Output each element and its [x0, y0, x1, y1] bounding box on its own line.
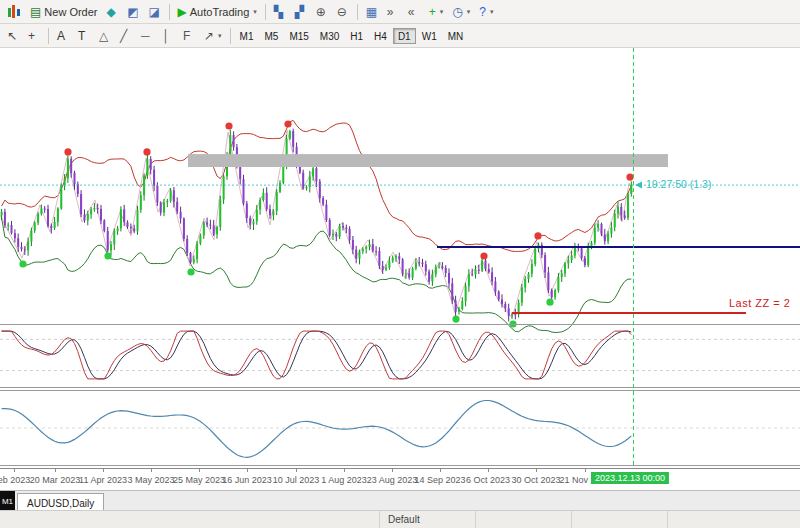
chart-shift-icon[interactable]: « [404, 2, 424, 22]
profiles-icon-glyph: ▞ [295, 6, 304, 18]
timeframe-m30-button[interactable]: M30 [315, 28, 344, 44]
timeframe-m5-button[interactable]: M5 [259, 28, 283, 44]
date-label: 30 Oct 2023 [511, 475, 560, 485]
candlestick-bars-icon [7, 5, 21, 18]
chart-type-icon[interactable] [3, 2, 25, 22]
date-label: 25 May 2023 [173, 475, 225, 485]
fibonacci-icon-glyph: F [183, 30, 190, 42]
status-profile[interactable]: Default [380, 511, 476, 528]
svg-text:19:27:50 (1.3): 19:27:50 (1.3) [646, 178, 711, 190]
date-tick [585, 469, 586, 472]
timeframe-h4-button[interactable]: H4 [369, 28, 392, 44]
cursor-icon-glyph: ↖ [7, 30, 17, 42]
dropdown-arrow-icon: ▾ [218, 32, 222, 40]
help-icon[interactable]: ?▾ [475, 2, 497, 22]
svg-text:Last ZZ = 2: Last ZZ = 2 [729, 297, 790, 309]
data-window-icon-glyph: ◩ [128, 6, 139, 18]
status-cell-4 [668, 511, 800, 528]
toolbar-separator [265, 4, 266, 20]
autotrading-button[interactable]: ▶AutoTrading▾ [174, 2, 261, 22]
minimized-chart-chip[interactable]: M1 [0, 491, 15, 511]
timeframe-m15-button[interactable]: M15 [284, 28, 313, 44]
date-label: 11 Apr 2023 [79, 475, 127, 485]
date-label: 1 Aug 2023 [321, 475, 367, 485]
arrows-tool-icon-glyph: ↗ [204, 30, 214, 42]
new-chart-icon-glyph: ▚ [274, 6, 283, 18]
date-label: 3 May 2023 [127, 475, 174, 485]
date-label: 23 Aug 2023 [367, 475, 418, 485]
auto-scroll-icon[interactable]: » [383, 2, 403, 22]
date-tick [14, 469, 15, 472]
dropdown-arrow-icon: ▾ [467, 8, 471, 16]
status-cell-empty [0, 511, 380, 528]
cursor-icon[interactable]: ↖ [3, 26, 23, 46]
new-chart-icon[interactable]: ▚ [270, 2, 290, 22]
crosshair-icon[interactable]: + [24, 26, 44, 46]
label-tool-icon-glyph: T [78, 30, 85, 42]
mt4-window: ▤New Order◆◩◪▶AutoTrading▾▚▞⊕⊖▦»«+▾◷▾?▾ … [0, 0, 800, 528]
chart-tabs-bar: M1 AUDUSD,Daily [0, 490, 800, 510]
dropdown-arrow-icon: ▾ [490, 8, 494, 16]
text-tool-icon[interactable]: A [53, 26, 73, 46]
horizontal-line-icon-glyph: ─ [141, 30, 150, 42]
date-tick [488, 469, 489, 472]
new-order-button[interactable]: ▤New Order [26, 2, 102, 22]
autotrading-glyph: ▶ [178, 6, 187, 18]
zoom-out-icon[interactable]: ⊖ [333, 2, 353, 22]
date-label: 16 Jun 2023 [222, 475, 272, 485]
toolbar-row2: ↖+AT△╱─│F↗▾M1M5M15M30H1H4D1W1MN [0, 24, 800, 48]
text-tool-icon-glyph: A [57, 30, 65, 42]
date-label: 14 Sep 2023 [414, 475, 465, 485]
zoom-in-icon[interactable]: ⊕ [312, 2, 332, 22]
data-window-icon[interactable]: ◩ [124, 2, 144, 22]
toolbar-separator [48, 28, 49, 44]
auto-scroll-icon-glyph: » [387, 6, 394, 18]
status-cell-3 [572, 511, 668, 528]
market-watch-icon-glyph: ◆ [107, 6, 116, 18]
zoom-out-icon-glyph: ⊖ [337, 6, 347, 18]
vertical-line-icon[interactable]: │ [158, 26, 178, 46]
trendline-icon[interactable]: ╱ [116, 26, 136, 46]
market-watch-icon[interactable]: ◆ [103, 2, 123, 22]
date-label: 20 Mar 2023 [30, 475, 81, 485]
date-tick [247, 469, 248, 472]
toolbar-separator [169, 4, 170, 20]
tile-windows-icon[interactable]: ▦ [362, 2, 382, 22]
date-tick [55, 469, 56, 472]
timeframe-w1-button[interactable]: W1 [417, 28, 442, 44]
toolbar-separator [357, 4, 358, 20]
periods-icon[interactable]: ◷▾ [448, 2, 474, 22]
date-tick [392, 469, 393, 472]
navigator-icon-glyph: ◪ [149, 6, 160, 18]
timeframe-d1-button[interactable]: D1 [393, 28, 416, 44]
date-tick [440, 469, 441, 472]
tile-windows-icon-glyph: ▦ [366, 6, 377, 18]
toolbar-row1: ▤New Order◆◩◪▶AutoTrading▾▚▞⊕⊖▦»«+▾◷▾?▾ [0, 0, 800, 24]
new-order-glyph: ▤ [30, 6, 41, 18]
zoom-in-icon-glyph: ⊕ [316, 6, 326, 18]
date-label: eb 2023 [0, 475, 30, 485]
date-tick [296, 469, 297, 472]
timeframe-m1-button[interactable]: M1 [235, 28, 259, 44]
timeframe-h1-button[interactable]: H1 [345, 28, 368, 44]
chart-shift-icon-glyph: « [408, 6, 415, 18]
date-tick [344, 469, 345, 472]
date-axis: eb 202320 Mar 202311 Apr 20233 May 20232… [0, 468, 800, 490]
crosshair-icon-glyph: + [28, 30, 35, 42]
arrows-tool-icon[interactable]: ↗▾ [200, 26, 226, 46]
date-tick [103, 469, 104, 472]
fibonacci-icon[interactable]: F [179, 26, 199, 46]
profiles-icon[interactable]: ▞ [291, 2, 311, 22]
dropdown-arrow-icon: ▾ [253, 8, 257, 16]
chart-area[interactable]: Last ZZ = 219:27:50 (1.3) [0, 48, 800, 468]
date-tick [151, 469, 152, 472]
horizontal-line-icon[interactable]: ─ [137, 26, 157, 46]
dropdown-arrow-icon: ▾ [440, 8, 444, 16]
label-tool-icon[interactable]: T [74, 26, 94, 46]
timeframe-mn-button[interactable]: MN [443, 28, 469, 44]
chart-svg[interactable]: Last ZZ = 219:27:50 (1.3) [0, 48, 800, 468]
shapes-icon[interactable]: △ [95, 26, 115, 46]
indicators-icon[interactable]: +▾ [425, 2, 448, 22]
navigator-icon[interactable]: ◪ [145, 2, 165, 22]
trendline-icon-glyph: ╱ [120, 30, 127, 42]
